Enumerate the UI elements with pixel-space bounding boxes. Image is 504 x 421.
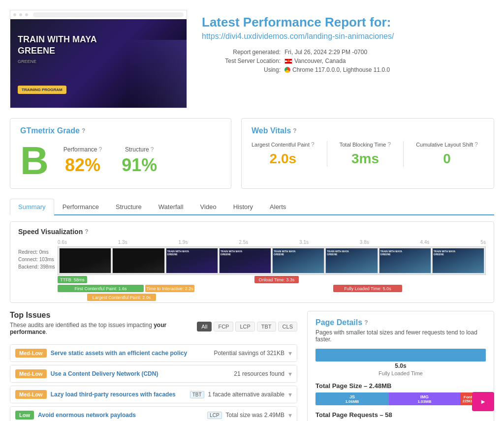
report-meta: Report generated: Fri, Jul 26, 2024 2:29…	[202, 49, 494, 73]
tab-alerts[interactable]: Alerts	[261, 199, 294, 214]
frame-4: TRAIN WITH MAYAGREENE	[272, 248, 324, 273]
frame-7: TRAIN WITH MAYAGREENE	[432, 248, 484, 273]
speed-viz-section: Speed Visualization ? Redirect: 0ms Conn…	[10, 221, 494, 303]
issue-badge-2: Med-Low	[15, 369, 47, 378]
speed-viz-title-text: Speed Visualization	[18, 228, 83, 236]
issue-badge-4: Low	[15, 411, 34, 420]
page-details-title: Page Details ?	[315, 318, 486, 327]
gtmetrix-help-icon[interactable]: ?	[82, 127, 85, 134]
tab-bar: Summary Performance Structure Waterfall …	[10, 199, 494, 215]
issue-tag-lcp-1: LCP	[207, 412, 221, 419]
tti-bar: Time to Interactive: 2.2s	[145, 285, 194, 292]
issue-title-4[interactable]: Avoid enormous network payloads	[38, 412, 203, 419]
filter-all[interactable]: All	[197, 322, 212, 331]
structure-value: 91%	[122, 155, 157, 176]
issue-row-4: Low Avoid enormous network payloads LCP …	[10, 406, 297, 421]
page-size-bar: JS1.06MB IMG1.03MB Font225KB	[315, 392, 486, 405]
filter-buttons: All FCP LCP TBT CLS	[197, 322, 297, 331]
generated-label: Report generated:	[202, 49, 281, 56]
fully-loaded-bar	[315, 349, 486, 361]
issue-badge-3: Med-Low	[15, 390, 47, 399]
ttfb-bar: TTFB: 58ms	[58, 276, 87, 283]
size-js: JS1.06MB	[315, 392, 389, 405]
issue-title-3[interactable]: Lazy load third-party resources with fac…	[51, 391, 186, 398]
connect-meta: Connect: 103ms	[18, 257, 58, 262]
size-img: IMG1.03MB	[389, 392, 460, 405]
issue-title-2[interactable]: Use a Content Delivery Network (CDN)	[51, 370, 230, 377]
report-info: Latest Performance Report for: https://d…	[202, 10, 494, 108]
issue-detail-1: Potential savings of 321KB	[214, 350, 284, 357]
tab-history[interactable]: History	[225, 199, 261, 214]
issue-expand-2[interactable]: ▾	[288, 370, 292, 378]
issue-row-1: Med-Low Serve static assets with an effi…	[10, 344, 297, 362]
fully-bar: Fully Loaded Time: 5.0s	[333, 285, 402, 292]
using-label: Using:	[202, 66, 281, 73]
web-vitals-help-icon[interactable]: ?	[293, 127, 296, 134]
performance-value: 82%	[63, 155, 102, 176]
filter-lcp[interactable]: LCP	[235, 322, 254, 331]
frame-3: TRAIN WITH MAYAGREENE	[219, 248, 271, 273]
issue-detail-4: Total size was 2.49MB	[226, 412, 284, 419]
frame-6: TRAIN WITH MAYAGREENE	[379, 248, 431, 273]
pink-action-button[interactable]: ►	[472, 392, 494, 411]
fully-loaded-label: Fully Loaded Time	[315, 370, 486, 376]
chrome-icon	[284, 67, 290, 73]
tab-summary[interactable]: Summary	[10, 199, 54, 215]
structure-help-icon[interactable]: ?	[151, 146, 154, 153]
issue-row-2: Med-Low Use a Content Delivery Network (…	[10, 365, 297, 383]
viz-main: 0.6s 1.3s 1.9s 2.5s 3.1s 3.8s 4.4s 5s TR…	[58, 240, 486, 297]
cls-help-icon[interactable]: ?	[474, 141, 478, 148]
frame-5: TRAIN WITH MAYAGREENE	[325, 248, 378, 273]
filter-fcp[interactable]: FCP	[214, 322, 233, 331]
lcp-help-icon[interactable]: ?	[311, 141, 315, 148]
issue-expand-4[interactable]: ▾	[288, 411, 292, 419]
issue-title-1[interactable]: Serve static assets with an efficient ca…	[51, 350, 210, 357]
screenshot-cta: TRAINING PROGRAM	[18, 86, 66, 94]
canada-flag-icon: 🍁	[284, 59, 292, 64]
top-issues-desc: These audits are identified as the top i…	[10, 322, 197, 335]
backend-meta: Backend: 398ms	[18, 264, 58, 270]
header-section: TRAIN WITH MAYAGREENE GREENE TRAINING PR…	[0, 0, 504, 113]
bars-area: TTFB: 58ms First Contentful Paint: 1.6s …	[58, 276, 486, 297]
web-vitals-box: Web Vitals ? Largest Contentful Paint ? …	[241, 118, 494, 189]
total-page-size-title: Total Page Size – 2.48MB	[315, 382, 486, 390]
report-title: Latest Performance Report for:	[202, 15, 494, 30]
report-url: https://divi4.uxdividemos.com/landing-si…	[202, 32, 494, 41]
lcp-label: Largest Contentful Paint ?	[252, 141, 315, 148]
website-screenshot: TRAIN WITH MAYAGREENE GREENE TRAINING PR…	[10, 10, 187, 108]
filter-cls[interactable]: CLS	[278, 322, 297, 331]
tbt-help-icon[interactable]: ?	[387, 141, 391, 148]
speed-viz-help-icon[interactable]: ?	[85, 228, 88, 235]
top-issues-title: Top Issues	[10, 311, 297, 320]
frame-0	[59, 248, 111, 273]
frames-row: TRAIN WITH MAYAGREENE TRAIN WITH MAYAGRE…	[58, 246, 486, 275]
viz-sidebar: Redirect: 0ms Connect: 103ms Backend: 39…	[18, 240, 58, 297]
issue-expand-3[interactable]: ▾	[288, 391, 292, 398]
two-col-section: Top Issues These audits are identified a…	[10, 311, 494, 421]
performance-help-icon[interactable]: ?	[98, 146, 102, 153]
structure-label: Structure ?	[122, 146, 157, 153]
web-vitals-title: Web Vitals ?	[252, 126, 484, 135]
frame-1	[112, 248, 164, 273]
page-details-help-icon[interactable]: ?	[364, 319, 368, 326]
gtmetrix-title: GTmetrix Grade ?	[20, 126, 221, 135]
redirect-meta: Redirect: 0ms	[18, 249, 58, 255]
total-requests-title: Total Page Requests – 58	[315, 411, 486, 419]
onload-bar: Onload Time: 3.3s	[254, 276, 299, 283]
server-label: Test Server Location:	[202, 58, 281, 64]
issue-expand-1[interactable]: ▾	[288, 349, 292, 357]
filter-tbt[interactable]: TBT	[257, 322, 276, 331]
tab-video[interactable]: Video	[192, 199, 225, 214]
cls-value: 0	[416, 151, 478, 167]
issue-row-3: Med-Low Lazy load third-party resources …	[10, 386, 297, 403]
tab-performance[interactable]: Performance	[54, 199, 107, 214]
screenshot-headline: TRAIN WITH MAYAGREENE GREENE	[18, 34, 97, 64]
tab-structure[interactable]: Structure	[107, 199, 150, 214]
lcp-value: 2.0s	[252, 151, 315, 167]
tab-waterfall[interactable]: Waterfall	[150, 199, 192, 214]
top-issues-col: Top Issues These audits are identified a…	[10, 311, 297, 421]
grades-section: GTmetrix Grade ? B Performance ? 82% Str…	[0, 113, 504, 194]
frame-2: TRAIN WITH MAYAGREENE	[166, 248, 218, 273]
page-details-col: Page Details ? Pages with smaller total …	[307, 311, 494, 421]
grade-letter: B	[20, 141, 49, 180]
